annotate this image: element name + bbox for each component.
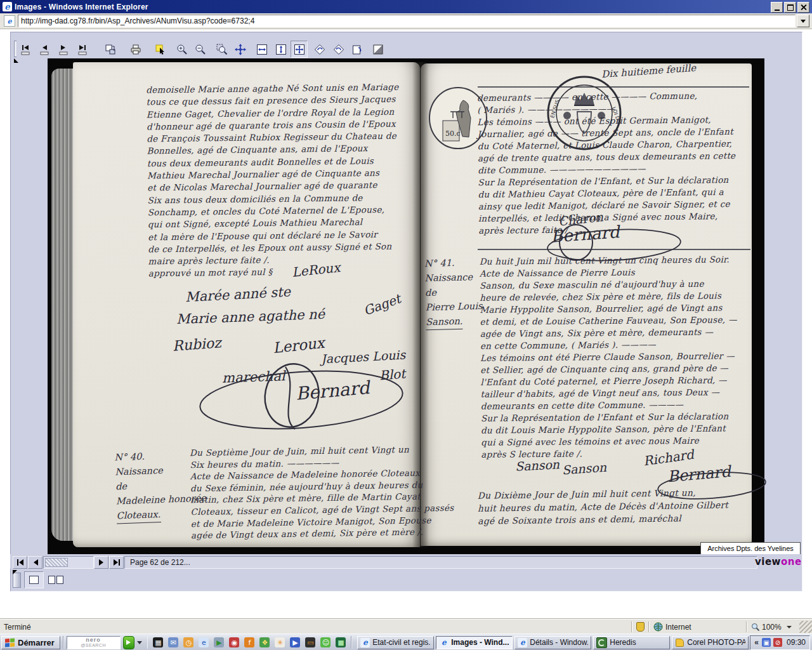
previous-page-button[interactable] <box>36 41 53 58</box>
copy-page-icon <box>104 43 117 56</box>
rotate-clockwise-button[interactable] <box>311 41 328 58</box>
zoom-in-button[interactable] <box>173 41 190 58</box>
nero-search-box[interactable]: nero @SEARCH <box>67 636 121 649</box>
select-button[interactable] <box>152 41 169 58</box>
mail-icon[interactable]: ✉ <box>168 637 178 647</box>
invert-button[interactable] <box>369 41 386 58</box>
pan-button[interactable] <box>232 41 249 58</box>
picasa-icon[interactable]: ❖ <box>259 637 270 647</box>
search-go-button[interactable] <box>123 636 134 649</box>
nero-search-label: @SEARCH <box>81 643 106 647</box>
search-options-icon[interactable] <box>137 641 142 644</box>
security-zone[interactable]: Internet <box>650 621 746 633</box>
death-act-text: Du Dixième Jour de Juin mil huit cent Vi… <box>478 486 729 527</box>
nero-icon[interactable]: ◉ <box>229 637 239 647</box>
minimize-button[interactable] <box>771 2 783 13</box>
desktop: e Images - Windows Internet Explorer e h… <box>0 0 812 650</box>
act-40-text: Du Septième Jour de Juin, mil huit cent … <box>190 443 454 541</box>
fit-width-icon <box>256 43 268 56</box>
resize-grip[interactable] <box>799 621 812 633</box>
clock-icon[interactable]: ◷ <box>183 637 193 647</box>
divider <box>63 636 64 649</box>
first-page-icon <box>16 559 24 566</box>
start-button[interactable]: Démarrer <box>1 636 60 649</box>
viewone-logo: viewone <box>755 556 802 567</box>
archive-tooltip: Archives Dpts. des Yvelines <box>700 542 801 555</box>
globe-icon <box>653 622 663 632</box>
system-tray: « ▣⊘ 09:30 <box>750 635 810 650</box>
tray-expand-icon[interactable]: « <box>754 638 759 647</box>
blocked-icon[interactable]: ⊘ <box>773 638 782 647</box>
toolbar-collapse-icon[interactable] <box>14 58 18 63</box>
firefox-icon[interactable]: f <box>244 637 254 647</box>
title-bar[interactable]: e Images - Windows Internet Explorer <box>0 0 812 13</box>
browser-status-bar: Terminé Internet 100% <box>0 619 812 634</box>
maximize-icon <box>787 4 794 11</box>
layout-collapse-icon[interactable] <box>13 570 17 574</box>
window-icon <box>675 638 684 647</box>
app-icon[interactable]: ■ <box>336 637 346 647</box>
maximize-button[interactable] <box>784 2 796 13</box>
burst-icon[interactable]: ✳ <box>275 637 285 647</box>
svg-text:50.c: 50.c <box>445 129 461 138</box>
taskbar-window-button[interactable]: eImages - Wind... <box>436 636 513 649</box>
window-icon: e <box>439 638 449 647</box>
layout-toolbar-grip[interactable] <box>13 573 21 588</box>
select-pointer-icon <box>154 43 167 56</box>
media-icon[interactable]: ▶ <box>214 637 224 647</box>
clock[interactable]: 09:30 <box>787 638 806 647</box>
previous-page-icon <box>38 43 51 56</box>
signature: Blot <box>379 366 406 383</box>
zoom-area-button[interactable] <box>213 41 230 58</box>
rotate-counterclockwise-button[interactable] <box>330 41 347 58</box>
right-page-act-text: demeurants ———— en cette ———— Commune,( … <box>477 90 737 237</box>
print-button[interactable] <box>127 41 144 58</box>
fit-page-button[interactable] <box>291 41 308 58</box>
page-slider-thumb[interactable] <box>45 558 68 567</box>
first-page-button[interactable] <box>16 41 34 58</box>
windows-update-icon[interactable]: ▣ <box>762 638 771 647</box>
pan-icon <box>234 43 247 56</box>
url-input[interactable]: http://img-dad.cg78.fr/bin/Asp_Archives/… <box>18 15 796 27</box>
photo-icon[interactable]: ▭ <box>305 637 315 647</box>
taskbar-window-button[interactable]: eEtat-civil et regis... <box>357 636 434 649</box>
previous-page-nav-button[interactable] <box>28 556 43 569</box>
security-icon[interactable] <box>636 622 645 632</box>
internet-explorer-icon[interactable]: e <box>199 637 209 647</box>
zone-label: Internet <box>665 623 691 632</box>
next-page-icon <box>98 559 105 566</box>
taskbar-window-button[interactable]: Corel PHOTO-PAI... <box>672 636 749 649</box>
rotate-page-button[interactable] <box>348 41 365 58</box>
show-desktop-icon[interactable]: ▦ <box>153 637 163 647</box>
ie-logo-icon: e <box>3 2 12 11</box>
page-indicator: Page 62 de 212... <box>124 556 757 569</box>
zoom-level: 100% <box>762 623 782 632</box>
last-page-button[interactable] <box>74 41 91 58</box>
next-page-nav-button[interactable] <box>94 556 108 569</box>
first-page-nav-button[interactable] <box>13 556 27 569</box>
fit-height-button[interactable] <box>272 41 289 58</box>
zoom-out-button[interactable] <box>192 41 209 58</box>
media-player-icon[interactable]: ▶ <box>290 637 300 647</box>
address-bar: e http://img-dad.cg78.fr/bin/Asp_Archive… <box>0 13 812 29</box>
copy-page-button[interactable] <box>102 41 119 58</box>
one-page-view-button[interactable] <box>24 571 44 588</box>
next-page-button[interactable] <box>55 41 72 58</box>
page-icon: e <box>4 15 15 27</box>
taskbar-window-button[interactable]: eDétails - Window... <box>514 636 591 649</box>
print-icon <box>129 43 142 56</box>
fit-width-button[interactable] <box>253 41 270 58</box>
window-icon: e <box>360 638 370 647</box>
last-page-nav-button[interactable] <box>109 556 124 569</box>
two-page-icon <box>48 576 55 584</box>
url-dropdown-button[interactable] <box>797 15 809 27</box>
act-41-margin-note: N° 41.NaissancedePierre LouisSanson. <box>424 255 483 330</box>
nero-logo: nero <box>86 637 101 643</box>
zoom-control[interactable]: 100% <box>747 621 799 633</box>
two-page-view-button[interactable] <box>46 571 65 588</box>
first-page-icon <box>19 43 32 56</box>
messenger-icon[interactable]: ☺ <box>320 637 331 647</box>
close-button[interactable] <box>797 2 809 13</box>
rotate-counterclockwise-icon <box>332 43 345 56</box>
taskbar-window-button[interactable]: Heredis <box>593 636 670 649</box>
